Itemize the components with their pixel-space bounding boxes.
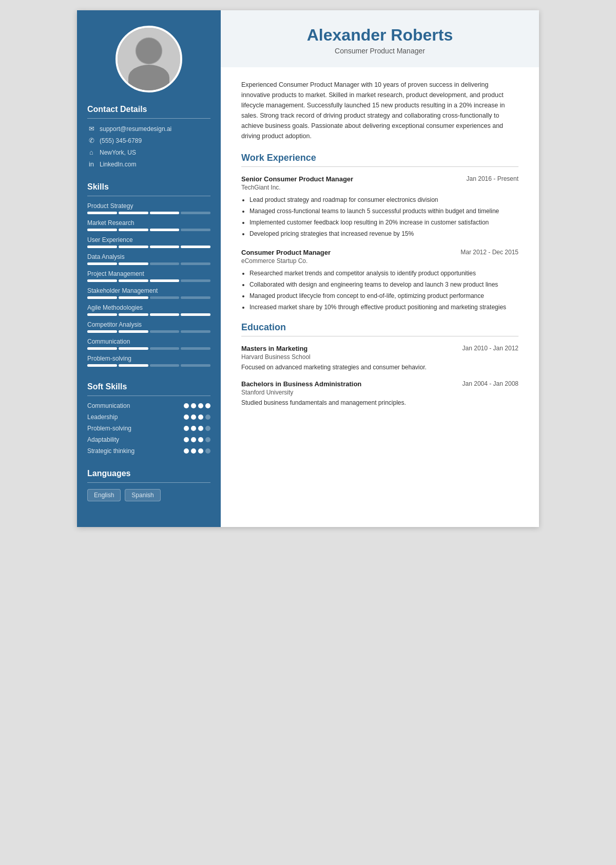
avatar: [116, 26, 182, 92]
contact-list: ✉support@resumedesign.ai✆(555) 345-6789⌂…: [87, 125, 210, 168]
skill-name: User Experience: [87, 236, 210, 243]
skills-title: Skills: [87, 182, 210, 192]
content-body: Experienced Consumer Product Manager wit…: [221, 67, 539, 428]
skill-segment: [150, 347, 180, 350]
skill-segment: [181, 364, 210, 367]
language-tag: English: [87, 489, 121, 501]
contact-item: ✉support@resumedesign.ai: [87, 125, 210, 133]
soft-skill-name: Adaptability: [87, 436, 119, 443]
job-header: Senior Consumer Product Manager Jan 2016…: [241, 175, 518, 183]
skill-item: Stakeholder Management: [87, 287, 210, 299]
contact-text: support@resumedesign.ai: [100, 125, 171, 133]
svg-point-1: [136, 37, 163, 65]
skills-section: Skills Product StrategyMarket ResearchUs…: [87, 182, 210, 372]
skill-segment: [119, 330, 148, 333]
skill-segment: [119, 313, 148, 316]
skill-segment: [150, 262, 180, 265]
edu-degree: Bachelors in Business Administration: [241, 380, 361, 388]
skill-segment: [119, 364, 148, 367]
skill-segment: [150, 246, 180, 248]
skill-name: Project Management: [87, 270, 210, 277]
job-title: Senior Consumer Product Manager: [241, 175, 353, 183]
avatar-image: [118, 28, 180, 90]
resume-container: Contact Details ✉support@resumedesign.ai…: [77, 10, 539, 527]
contact-item: inLinkedIn.com: [87, 160, 210, 168]
skill-dots: [184, 437, 210, 442]
work-experience-list: Senior Consumer Product Manager Jan 2016…: [241, 175, 518, 312]
skill-segment: [119, 347, 148, 350]
edu-school: Stanford University: [241, 389, 518, 396]
job-bullet: Increased market share by 10% through ef…: [249, 303, 518, 312]
job-date: Mar 2012 - Dec 2015: [460, 249, 518, 256]
soft-skills-section: Soft Skills CommunicationLeadershipProbl…: [87, 382, 210, 459]
contact-title: Contact Details: [87, 105, 210, 114]
soft-skill-item: Communication: [87, 402, 210, 409]
language-tag: Spanish: [125, 489, 160, 501]
skill-segment: [87, 364, 117, 367]
skill-name: Product Strategy: [87, 202, 210, 210]
skill-item: Data Analysis: [87, 253, 210, 265]
languages-divider: [87, 482, 210, 483]
skill-segment: [119, 262, 148, 265]
soft-skill-item: Problem-solving: [87, 425, 210, 432]
skill-segment: [181, 212, 210, 214]
education-list: Masters in Marketing Jan 2010 - Jan 2012…: [241, 345, 518, 407]
job-bullet: Implemented customer feedback loop resul…: [249, 218, 518, 227]
skill-item: Product Strategy: [87, 202, 210, 214]
skill-segment: [87, 279, 117, 282]
skill-dots: [184, 403, 210, 408]
soft-skill-item: Strategic thinking: [87, 447, 210, 455]
edu-school: Harvard Business School: [241, 353, 518, 361]
skill-segment: [87, 246, 117, 248]
skill-dot: [184, 448, 189, 454]
contact-icon: ✉: [87, 125, 95, 133]
job-bullet: Collaborated with design and engineering…: [249, 280, 518, 289]
work-experience-divider: [241, 166, 518, 167]
skill-segment: [150, 212, 180, 214]
contact-icon: in: [87, 160, 95, 168]
job-entry: Consumer Product Manager Mar 2012 - Dec …: [241, 249, 518, 312]
languages-section: Languages EnglishSpanish: [87, 469, 210, 501]
soft-skills-divider: [87, 396, 210, 396]
skill-bar: [87, 347, 210, 350]
skill-item: Problem-solving: [87, 355, 210, 367]
header-name: Alexander Roberts: [241, 26, 518, 45]
skill-dot: [191, 437, 196, 442]
skill-bar: [87, 246, 210, 248]
skill-segment: [119, 212, 148, 214]
skill-dot: [205, 448, 210, 454]
edu-desc: Focused on advanced marketing strategies…: [241, 363, 518, 372]
skill-item: User Experience: [87, 236, 210, 248]
skill-name: Problem-solving: [87, 355, 210, 362]
skill-segment: [150, 364, 180, 367]
job-bullets: Lead product strategy and roadmap for co…: [241, 195, 518, 238]
skill-dot: [205, 426, 210, 431]
job-bullet: Developed pricing strategies that increa…: [249, 229, 518, 238]
skill-bar: [87, 330, 210, 333]
skill-name: Agile Methodologies: [87, 304, 210, 311]
skill-segment: [181, 246, 210, 248]
skill-dots: [184, 415, 210, 420]
skill-dots: [184, 426, 210, 431]
edu-degree: Masters in Marketing: [241, 345, 307, 352]
skill-segment: [119, 229, 148, 231]
edu-entry: Masters in Marketing Jan 2010 - Jan 2012…: [241, 345, 518, 372]
contact-item: ⌂NewYork, US: [87, 148, 210, 156]
job-bullet: Lead product strategy and roadmap for co…: [249, 195, 518, 204]
main-content: Alexander Roberts Consumer Product Manag…: [221, 10, 539, 527]
svg-point-2: [129, 68, 169, 92]
contact-item: ✆(555) 345-6789: [87, 137, 210, 144]
skill-dot: [198, 426, 203, 431]
skill-dot: [198, 415, 203, 420]
skill-dot: [205, 437, 210, 442]
skill-bar: [87, 262, 210, 265]
skill-segment: [87, 313, 117, 316]
edu-entry: Bachelors in Business Administration Jan…: [241, 380, 518, 407]
skill-segment: [87, 296, 117, 299]
skill-dot: [198, 403, 203, 408]
soft-skill-item: Adaptability: [87, 436, 210, 443]
contact-icon: ✆: [87, 137, 95, 144]
sidebar: Contact Details ✉support@resumedesign.ai…: [77, 10, 221, 527]
contact-section: Contact Details ✉support@resumedesign.ai…: [87, 105, 210, 172]
summary-text: Experienced Consumer Product Manager wit…: [241, 80, 518, 141]
